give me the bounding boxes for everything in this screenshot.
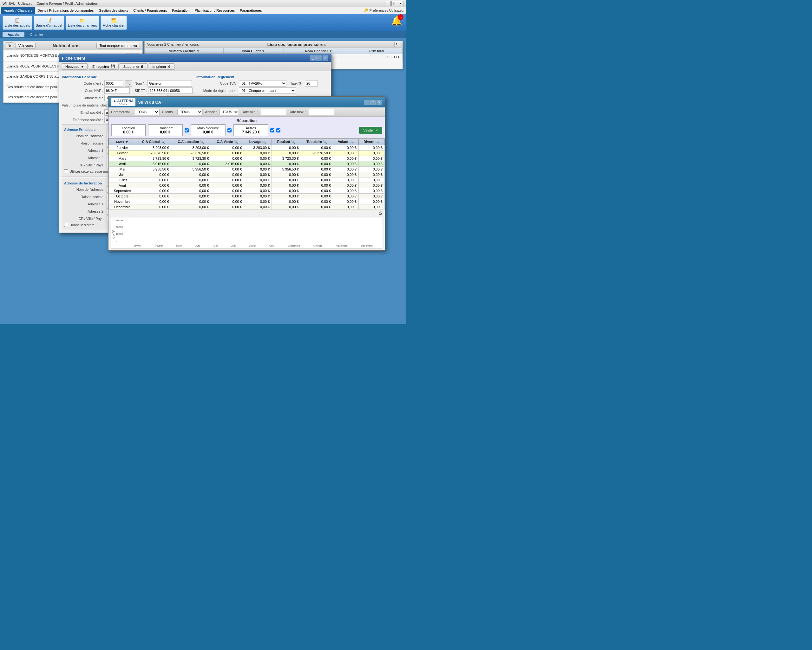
x-apr: Avril xyxy=(195,244,200,247)
suivi-ca-titlebar: ▲ ALTERNA DOM ► Suivi du CA _ □ ✕ xyxy=(108,97,385,107)
fiche-minimize-btn[interactable]: _ xyxy=(310,55,316,61)
voir-vues-button[interactable]: Voir vues xyxy=(15,43,35,49)
location-check[interactable] xyxy=(276,128,280,132)
tubulaire-search-icon[interactable]: 🔍 xyxy=(323,140,327,143)
chart-area: C.A (€) 30000 20000 10000 0 Janvier Févr… xyxy=(111,217,382,249)
divers-search-icon[interactable]: 🔍 xyxy=(375,140,380,143)
suivi-restore-btn[interactable]: □ xyxy=(370,100,376,105)
main-oeuvre-check[interactable] xyxy=(227,128,232,132)
clients-filter-select[interactable]: TOUS xyxy=(177,109,203,115)
rep-box-transport: Transport 0,00 € xyxy=(148,124,183,136)
tab-appels[interactable]: Appels xyxy=(3,32,24,37)
th-levage: Levage 🔍 xyxy=(244,139,272,145)
invoice-prix: 1 901,00 xyxy=(354,54,403,60)
utiliser-adresse-checkbox[interactable] xyxy=(64,169,68,174)
sort-icon[interactable]: ↕ xyxy=(385,49,387,53)
info-reglement-title: Information Règlement xyxy=(196,75,328,79)
menu-facturation[interactable]: Facturation xyxy=(170,7,192,14)
taux-input[interactable] xyxy=(305,80,317,87)
menu-clients[interactable]: Clients / Fournisseurs xyxy=(131,7,169,14)
liste-chantiers-button[interactable]: 📁 Liste des chantiers xyxy=(66,15,99,30)
invoice-header: Vous avez 2 Chantier(s) en cours Liste d… xyxy=(145,41,403,48)
preferences-link[interactable]: 🔑 Préférences Utilisateur xyxy=(364,8,405,12)
mois-filter-icon[interactable]: ▼ xyxy=(125,140,128,144)
levage-search-icon[interactable]: 🔍 xyxy=(262,140,266,143)
close-button[interactable]: ✕ xyxy=(398,1,403,6)
siret-input[interactable] xyxy=(148,87,192,94)
nouveau-button[interactable]: Nouveau ▼ xyxy=(62,63,87,70)
key-icon: 🔑 xyxy=(364,8,368,12)
imprimer-button[interactable]: Imprimer 🖨 xyxy=(149,63,174,70)
transport-check[interactable] xyxy=(185,128,189,132)
ca-table-row: Février23 376,50 €23 376,50 €0,00 €0,00 … xyxy=(109,151,385,156)
code-tva-select[interactable]: 01 - TVA20% xyxy=(239,80,286,87)
x-mar: Mars xyxy=(176,244,182,247)
code-client-row: Code client : 🔍 Nom * : xyxy=(62,80,194,87)
code-naf-input[interactable] xyxy=(104,87,130,94)
roulant-search-icon[interactable]: 🔍 xyxy=(291,140,295,143)
volant-search-icon[interactable]: 🔍 xyxy=(349,140,354,143)
fiche-close-btn[interactable]: ✕ xyxy=(323,55,328,61)
filter-icon-3[interactable]: ▼ xyxy=(329,49,333,53)
code-client-input[interactable] xyxy=(104,80,124,87)
menu-planification[interactable]: Planification / Ressources xyxy=(192,7,238,14)
x-oct: Octobre xyxy=(313,244,322,247)
ca-vente-search-icon[interactable]: 🔍 xyxy=(234,140,238,143)
fiche-restore-btn[interactable]: □ xyxy=(316,55,322,61)
ca-global-search-icon[interactable]: 🔍 xyxy=(160,140,165,143)
fiche-client-titlebar: Fiche Client _ □ ✕ xyxy=(59,54,331,62)
info-generale-title: Information Générale xyxy=(62,75,194,79)
notification-bell[interactable]: 🔔 5 xyxy=(391,15,402,26)
nom-input[interactable] xyxy=(148,80,192,87)
date-maxi-input[interactable] xyxy=(309,109,334,115)
mode-reglement-select[interactable]: 01 - Chèque comptant xyxy=(239,87,296,94)
commercial-filter-select[interactable]: TOUS xyxy=(134,109,160,115)
save-icon: 💾 xyxy=(111,64,115,69)
th-volant: Volant 🔍 xyxy=(333,139,359,145)
ca-table-row: Janvier3 203,00 €3 203,00 €0,00 €3 203,0… xyxy=(109,145,385,151)
filter-icon-2[interactable]: ▼ xyxy=(262,49,265,53)
th-divers: Divers 🔍 xyxy=(359,139,385,145)
print-icon: 🖨 xyxy=(168,65,171,69)
search-client-button[interactable]: 🔍 xyxy=(125,80,132,87)
menu-parametrages[interactable]: Paramétrages xyxy=(237,7,264,14)
suivi-minimize-btn[interactable]: _ xyxy=(364,100,369,105)
check1 xyxy=(185,128,189,132)
notifications-refresh-button[interactable]: ↻ xyxy=(6,43,13,49)
filter-icon[interactable]: ▼ xyxy=(196,49,200,53)
annee-filter-select[interactable]: TOUS xyxy=(220,109,239,115)
logo-sub: DOM ► xyxy=(119,103,128,105)
repartition-boxes: Location 0,00 € Transport 0,00 € Main d'… xyxy=(111,124,382,136)
tab-chantier[interactable]: Chantier xyxy=(25,32,49,37)
ca-location-search-icon[interactable]: 🔍 xyxy=(200,140,204,143)
check4 xyxy=(276,128,280,132)
ca-table-row: Aout0,00 €0,00 €0,00 €0,00 €0,00 €0,00 €… xyxy=(109,183,385,188)
validate-button[interactable]: Valider ✓ xyxy=(359,127,382,134)
menu-devis[interactable]: Devis / Préparations de commandes xyxy=(35,7,96,14)
menu-gestion-stocks[interactable]: Gestion des stocks xyxy=(96,7,131,14)
x-nov: Novembre xyxy=(336,244,348,247)
donneur-checkbox[interactable] xyxy=(64,223,68,227)
chart-x-labels: Janvier Février Mars Avril Mai Juin Juil… xyxy=(127,244,379,247)
menu-appels-chantiers[interactable]: Appels / Chantiers xyxy=(1,7,35,14)
file-icon: 🗂️ xyxy=(111,18,116,23)
ca-table-container: Mois ▼ C.A Global 🔍 C.A Location 🔍 C xyxy=(108,139,385,210)
y-tick-10k: 10000 xyxy=(116,233,123,236)
enregistrer-button[interactable]: Enregistrer 💾 xyxy=(89,63,119,70)
liste-appels-button[interactable]: 📋 Liste des appels xyxy=(3,15,32,30)
mark-all-button[interactable]: Tout marquer comme vu xyxy=(96,43,140,49)
saisie-appel-button[interactable]: 📝 Saisie d'un appel xyxy=(34,15,64,30)
minimize-button[interactable]: _ xyxy=(385,1,391,6)
fiche-chantier-button[interactable]: 🗂️ Fiche chantier xyxy=(101,15,127,30)
supprimer-button[interactable]: Supprimer 🗑 xyxy=(120,63,148,70)
list-icon: 📋 xyxy=(15,18,20,23)
dropdown-icon: ▼ xyxy=(81,65,84,69)
autres-check[interactable] xyxy=(270,128,274,132)
repartition-title: Répartition xyxy=(111,119,382,123)
maximize-button[interactable]: □ xyxy=(391,1,397,6)
x-feb: Février xyxy=(155,244,163,247)
date-mini-input[interactable] xyxy=(261,109,286,115)
suivi-close-btn[interactable]: ✕ xyxy=(377,100,382,105)
invoice-refresh-button[interactable]: ↻ xyxy=(394,42,400,47)
ca-table-row: Mars3 723,30 €3 723,30 €0,00 €0,00 €3 72… xyxy=(109,156,385,161)
